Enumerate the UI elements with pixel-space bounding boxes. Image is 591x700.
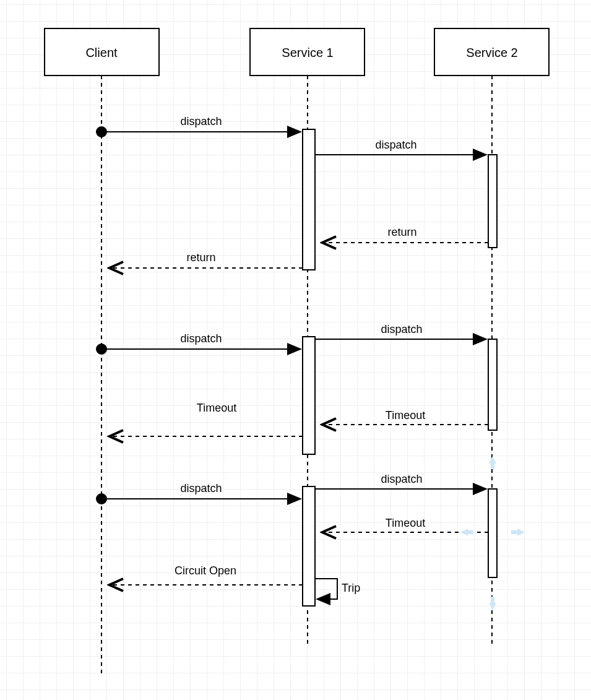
participant-service1-label: Service 1 bbox=[282, 46, 333, 59]
participant-service2: Service 2 bbox=[434, 28, 549, 76]
msg-label-dispatch-1b: dispatch bbox=[375, 139, 416, 151]
svg-rect-4 bbox=[491, 597, 494, 603]
activation-s1-3 bbox=[303, 486, 315, 606]
activation-s2-3 bbox=[488, 489, 497, 577]
msg-label-return-1a: return bbox=[387, 226, 416, 238]
start-dot-3 bbox=[96, 493, 107, 504]
msg-label-return-1b: return bbox=[186, 251, 215, 264]
svg-rect-3 bbox=[491, 463, 494, 469]
start-dot-1 bbox=[96, 126, 107, 137]
activation-s1-2 bbox=[303, 337, 315, 454]
msg-label-dispatch-2b: dispatch bbox=[381, 323, 422, 335]
activation-s2-2 bbox=[488, 339, 497, 430]
svg-rect-5 bbox=[467, 530, 473, 534]
participant-client: Client bbox=[45, 28, 159, 76]
msg-label-dispatch-1a: dispatch bbox=[180, 115, 222, 127]
msg-label-trip: Trip bbox=[342, 582, 360, 594]
start-dot-2 bbox=[96, 344, 107, 355]
activation-s2-1 bbox=[488, 155, 497, 248]
activation-s1-1 bbox=[303, 129, 315, 270]
participant-client-label: Client bbox=[85, 46, 118, 59]
msg-label-timeout-2b: Timeout bbox=[197, 402, 236, 414]
msg-label-timeout-3: Timeout bbox=[386, 517, 425, 529]
msg-label-dispatch-3b: dispatch bbox=[381, 473, 422, 485]
svg-rect-6 bbox=[511, 530, 517, 534]
participant-service1: Service 1 bbox=[250, 28, 365, 76]
participant-service2-label: Service 2 bbox=[466, 46, 517, 59]
msg-label-dispatch-2a: dispatch bbox=[180, 332, 222, 345]
msg-label-circuit-open: Circuit Open bbox=[175, 564, 236, 577]
sequence-diagram: Client Service 1 Service 2 dispatch disp… bbox=[0, 0, 591, 700]
msg-label-timeout-2a: Timeout bbox=[386, 409, 425, 421]
msg-label-dispatch-3a: dispatch bbox=[180, 482, 222, 495]
self-message-trip: Trip bbox=[315, 579, 360, 599]
